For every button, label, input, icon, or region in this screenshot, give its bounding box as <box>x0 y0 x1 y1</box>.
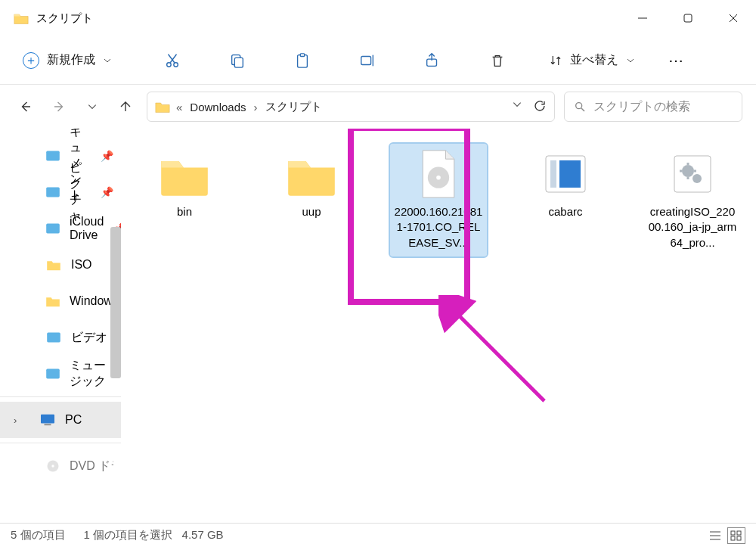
svg-line-34 <box>455 312 544 401</box>
minimize-button[interactable] <box>620 0 665 36</box>
search-box[interactable]: スクリプトの検索 <box>564 92 742 122</box>
maximize-button[interactable] <box>665 0 711 36</box>
annotation-arrow <box>438 295 559 416</box>
files-pane[interactable]: bin uup <box>121 129 756 523</box>
crumb-parent[interactable]: Downloads <box>188 98 247 117</box>
documents-icon <box>45 148 60 164</box>
svg-rect-30 <box>559 160 581 188</box>
status-selection: 1 個の項目を選択 4.57 GB <box>84 528 224 542</box>
recent-dropdown-button[interactable] <box>80 95 104 119</box>
up-button[interactable] <box>113 95 138 119</box>
svg-rect-21 <box>46 369 60 379</box>
sort-button[interactable]: 並べ替え <box>549 52 635 68</box>
sidebar-item-label: DVD ドライブ (D:) <box>70 458 113 474</box>
svg-point-25 <box>51 465 54 467</box>
svg-point-5 <box>174 62 178 67</box>
delete-button[interactable] <box>484 47 511 74</box>
svg-rect-17 <box>46 151 60 161</box>
sort-button-label: 並べ替え <box>570 52 618 68</box>
sidebar-item-music[interactable]: ミュージック <box>0 356 121 392</box>
file-item-iso[interactable]: 22000.160.210811-1701.CO_RELEASE_SV... <box>390 144 487 256</box>
sidebar-item-dvd[interactable]: DVD ドライブ (D:) <box>0 448 121 484</box>
address-bar[interactable]: « Downloads › スクリプト <box>147 92 555 122</box>
expand-icon[interactable]: › <box>14 415 17 426</box>
svg-rect-11 <box>300 53 305 56</box>
file-item-app[interactable]: cabarc <box>517 144 614 222</box>
forward-button[interactable] <box>47 95 71 119</box>
rename-button[interactable] <box>354 47 381 74</box>
address-chevron-down-icon[interactable] <box>512 99 522 115</box>
pictures-icon <box>45 184 60 200</box>
svg-line-16 <box>581 108 584 111</box>
sidebar-item-documents[interactable]: ドキュメント 📌 <box>0 138 121 174</box>
crumb-current[interactable]: スクリプト <box>264 97 324 117</box>
sort-icon <box>549 54 562 67</box>
sidebar-item-iso[interactable]: ISO <box>0 247 121 283</box>
svg-point-33 <box>692 174 702 183</box>
copy-button[interactable] <box>224 47 251 74</box>
sidebar-item-pictures[interactable]: ピクチャ 📌 <box>0 174 121 210</box>
svg-rect-18 <box>46 188 60 197</box>
svg-rect-29 <box>550 160 556 188</box>
plus-circle-icon: ＋ <box>23 52 39 69</box>
close-button[interactable] <box>711 0 756 36</box>
crumb-sep-icon: › <box>254 101 258 113</box>
nav-row: « Downloads › スクリプト スクリプトの検索 <box>0 85 756 129</box>
file-item-folder[interactable]: uup <box>263 144 360 222</box>
videos-icon <box>45 329 62 346</box>
chevron-down-icon <box>103 56 112 65</box>
back-button[interactable] <box>14 95 38 119</box>
svg-rect-9 <box>234 57 243 67</box>
file-label: 22000.160.210811-1701.CO_RELEASE_SV... <box>393 204 484 250</box>
svg-point-27 <box>436 176 441 180</box>
svg-rect-38 <box>731 531 735 535</box>
sidebar-item-pc[interactable]: › PC <box>0 402 121 438</box>
file-label: uup <box>302 204 321 219</box>
sidebar-item-label: Windows 11.pvm <box>70 294 113 308</box>
sidebar: ドキュメント 📌 ピクチャ 📌 iCloud Drive 📌 <box>0 129 121 523</box>
app-file-icon <box>538 150 593 198</box>
sidebar-item-icloud[interactable]: iCloud Drive 📌 <box>0 210 121 247</box>
pin-icon: 📌 <box>101 150 113 162</box>
details-view-button[interactable] <box>706 527 724 544</box>
svg-rect-1 <box>684 14 692 22</box>
svg-point-15 <box>576 103 582 109</box>
folder-icon <box>284 150 339 198</box>
sidebar-item-videos[interactable]: ビデオ <box>0 319 121 356</box>
sidebar-scrollbar[interactable] <box>110 227 121 378</box>
cut-button[interactable] <box>159 47 186 74</box>
file-label: cabarc <box>548 204 582 219</box>
svg-rect-12 <box>361 56 371 64</box>
svg-rect-41 <box>737 536 741 540</box>
refresh-button[interactable] <box>533 99 547 115</box>
sidebar-item-win11pvm[interactable]: Windows 11.pvm <box>0 283 121 319</box>
new-button-label: 新規作成 <box>47 52 95 68</box>
new-button[interactable]: ＋ 新規作成 <box>14 45 121 76</box>
svg-point-32 <box>682 165 694 177</box>
share-button[interactable] <box>419 47 446 74</box>
folder-icon <box>45 256 62 273</box>
batch-file-icon <box>665 150 720 198</box>
paste-button[interactable] <box>289 47 316 74</box>
search-placeholder: スクリプトの検索 <box>593 99 690 115</box>
svg-rect-22 <box>41 415 54 424</box>
titlebar: スクリプト <box>0 0 756 36</box>
svg-rect-23 <box>45 424 51 425</box>
window-title: スクリプト <box>36 11 93 26</box>
svg-rect-39 <box>737 531 741 535</box>
chevron-down-icon <box>626 56 635 65</box>
file-item-batch[interactable]: creatingISO_22000.160_ja-jp_arm64_pro... <box>644 144 741 253</box>
sidebar-item-label: iCloud Drive <box>70 215 104 242</box>
status-bar: 5 個の項目 1 個の項目を選択 4.57 GB <box>0 523 756 547</box>
svg-rect-40 <box>731 536 735 540</box>
file-item-folder[interactable]: bin <box>136 144 233 222</box>
folder-icon <box>157 150 212 198</box>
svg-rect-20 <box>47 333 60 343</box>
folder-icon <box>155 100 170 113</box>
icons-view-button[interactable] <box>727 527 745 544</box>
more-button[interactable]: ⋯ <box>665 49 688 72</box>
music-icon <box>45 365 60 382</box>
folder-icon <box>14 11 29 25</box>
iso-file-icon <box>411 150 466 198</box>
svg-point-4 <box>167 62 172 67</box>
